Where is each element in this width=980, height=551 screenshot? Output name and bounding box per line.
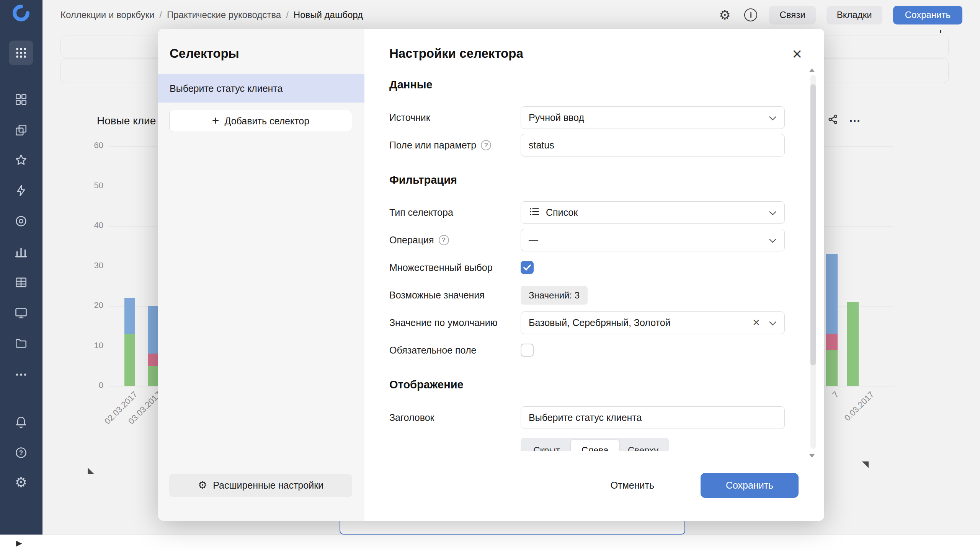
chart-y-tick: 50: [77, 181, 103, 191]
widget-menu-icon[interactable]: ⋯: [849, 114, 861, 127]
scrollbar[interactable]: [810, 75, 816, 449]
notifications-bell-icon[interactable]: [14, 415, 28, 429]
favorites-star-icon[interactable]: [14, 153, 28, 167]
field-row: Поле или параметр ? status: [364, 134, 824, 156]
modal-save-button[interactable]: Сохранить: [701, 473, 799, 498]
scroll-up-icon[interactable]: [809, 68, 815, 72]
operation-label: Операция: [389, 235, 434, 246]
settings-panel: Настройки селектора × Данные Источник Ру…: [364, 29, 824, 521]
list-type-icon: [529, 206, 540, 220]
help-circle-icon[interactable]: ?: [14, 446, 28, 460]
dashboards-icon[interactable]: [14, 93, 28, 106]
tabs-button[interactable]: Вкладки: [826, 6, 882, 24]
title-input-value: Выберите статус клиента: [529, 412, 642, 423]
info-button[interactable]: i: [743, 7, 758, 23]
breadcrumb-separator: /: [159, 10, 162, 20]
sidebar: ? ⚙: [0, 0, 42, 535]
chart-y-tick: 40: [77, 220, 103, 230]
possible-values-row: Возможные значения Значений: 3: [364, 284, 824, 306]
chart-bar-segment: [826, 350, 838, 386]
operation-row: Операция ? —: [364, 229, 824, 251]
chart-x-label: 0.03.2017: [823, 390, 876, 443]
breadcrumb-item: Новый дашборд: [294, 10, 363, 20]
expand-sidebar-icon[interactable]: ▶: [16, 538, 22, 548]
placement-option[interactable]: Сверху: [619, 440, 667, 451]
selector-type-select[interactable]: Список: [521, 201, 785, 224]
gear-icon: ⚙: [198, 480, 207, 491]
share-icon[interactable]: [827, 113, 839, 127]
selectors-list: Выберите статус клиента: [158, 74, 364, 103]
top-header: Коллекции и воркбуки/Практические руково…: [42, 0, 980, 30]
possible-values-label: Возможные значения: [389, 290, 485, 301]
svg-text:?: ?: [19, 449, 23, 456]
settings-scroll-area: Данные Источник Ручной ввод Поле или пар…: [364, 75, 824, 451]
settings-gear-icon[interactable]: ⚙: [14, 476, 28, 489]
chart-widget-title: Новые клие: [97, 115, 156, 127]
clear-icon[interactable]: ×: [753, 315, 760, 329]
values-count-badge[interactable]: Значений: 3: [521, 286, 588, 305]
apps-grid-icon[interactable]: [9, 41, 33, 65]
help-icon[interactable]: ?: [439, 235, 449, 245]
settings-panel-title: Настройки селектора: [389, 46, 523, 61]
placement-option[interactable]: Слева: [571, 440, 619, 451]
info-icon: i: [744, 8, 757, 21]
close-icon[interactable]: ×: [792, 46, 802, 62]
charts-icon[interactable]: [14, 245, 28, 259]
multichoice-checkbox[interactable]: [521, 261, 534, 274]
multichoice-row: Множественный выбор: [364, 256, 824, 279]
settings-gear-button[interactable]: ⚙: [717, 7, 732, 23]
source-label: Источник: [389, 112, 430, 123]
title-label: Заголовок: [389, 412, 434, 423]
chart-x-label: 02.03.2017: [87, 390, 140, 443]
breadcrumb-separator: /: [286, 10, 289, 20]
add-selector-label: Добавить селектор: [224, 116, 309, 127]
breadcrumb-item[interactable]: Коллекции и воркбуки: [60, 10, 154, 20]
monitoring-target-icon[interactable]: [14, 214, 28, 228]
chart-x-label: 03.03.2017: [110, 390, 163, 443]
default-value-row: Значение по умолчанию Базовый, Серебряны…: [364, 311, 824, 334]
scrollbar-thumb[interactable]: [810, 84, 816, 365]
folder-icon[interactable]: [14, 336, 28, 350]
default-value-text: Базовый, Серебряный, Золотой: [529, 317, 671, 328]
more-icon[interactable]: [14, 368, 28, 381]
placement-option[interactable]: Скрыт: [523, 440, 571, 451]
required-label: Обязательное поле: [389, 345, 476, 356]
advanced-settings-label: Расширенные настройки: [213, 480, 323, 491]
filter-section-heading: Фильтрация: [389, 174, 457, 186]
help-icon[interactable]: ?: [481, 140, 491, 150]
required-row: Обязательное поле: [364, 339, 824, 362]
lightning-icon[interactable]: [14, 184, 28, 197]
source-select-value: Ручной ввод: [529, 112, 584, 123]
title-input[interactable]: Выберите статус клиента: [521, 406, 785, 429]
app-logo-icon[interactable]: [12, 4, 30, 22]
resize-handle[interactable]: [862, 461, 869, 468]
chart-y-tick: 20: [77, 300, 103, 310]
source-row: Источник Ручной ввод: [364, 106, 824, 129]
default-value-select[interactable]: Базовый, Серебряный, Золотой ×: [521, 311, 785, 334]
scroll-down-icon[interactable]: [809, 454, 815, 458]
chevron-down-icon: [769, 318, 776, 325]
source-select[interactable]: Ручной ввод: [521, 106, 785, 129]
selector-list-item[interactable]: Выберите статус клиента: [158, 74, 364, 103]
chart-bar-segment: [826, 334, 838, 350]
chart-y-tick: 0: [77, 380, 103, 390]
display-section-heading: Отображение: [389, 378, 464, 391]
chart-bar-segment: [148, 306, 158, 386]
breadcrumb-item[interactable]: Практические руководства: [167, 10, 281, 20]
cancel-button[interactable]: Отменить: [601, 473, 663, 498]
required-checkbox[interactable]: [521, 344, 534, 357]
header-save-button[interactable]: Сохранить: [893, 6, 962, 24]
resize-handle[interactable]: [88, 468, 94, 474]
chart-bar-segment: [148, 366, 158, 386]
add-selector-button[interactable]: + Добавить селектор: [169, 110, 352, 132]
links-button[interactable]: Связи: [769, 6, 815, 24]
chart-bar-segment: [847, 302, 859, 386]
datasets-table-icon[interactable]: [14, 276, 28, 289]
chart-y-tick: 30: [77, 261, 103, 271]
field-input[interactable]: status: [521, 134, 785, 156]
presentation-icon[interactable]: [14, 306, 28, 320]
selector-type-row: Тип селектора Список: [364, 201, 824, 224]
advanced-settings-button[interactable]: ⚙ Расширенные настройки: [169, 474, 352, 497]
workbooks-icon[interactable]: [14, 123, 28, 137]
operation-select[interactable]: —: [521, 229, 785, 251]
